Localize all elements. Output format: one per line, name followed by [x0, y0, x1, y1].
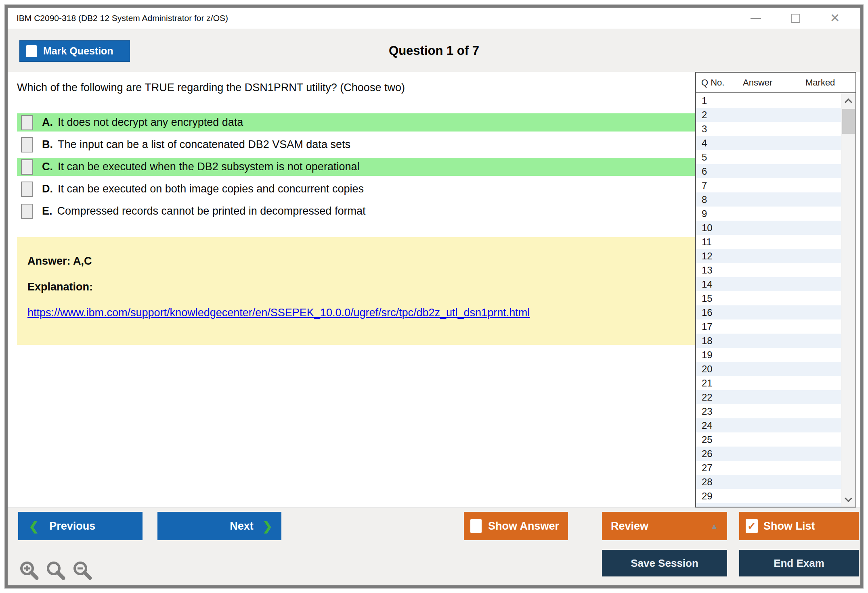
question-list-row[interactable]: 26: [696, 447, 841, 461]
question-list-row[interactable]: 1: [696, 94, 841, 108]
next-button[interactable]: Next ❯: [157, 512, 281, 540]
question-list-row[interactable]: 7: [696, 178, 841, 192]
question-list-row[interactable]: 17: [696, 319, 841, 334]
close-icon: ✕: [830, 12, 840, 24]
question-list-row[interactable]: 30: [696, 503, 841, 507]
answer-text: Answer: A,C: [27, 255, 92, 267]
option-checkbox[interactable]: [21, 182, 33, 197]
mark-question-button[interactable]: Mark Question: [19, 40, 130, 62]
previous-button[interactable]: ❮ Previous: [18, 512, 143, 540]
close-button[interactable]: ✕: [828, 11, 842, 25]
question-list-row[interactable]: 19: [696, 348, 841, 362]
question-list-header: Q No. Answer Marked: [696, 73, 855, 93]
question-list-row[interactable]: 23: [696, 404, 841, 418]
option-checkbox[interactable]: [21, 204, 33, 219]
row-question-number: 3: [702, 123, 707, 135]
option-letter: B.: [42, 138, 53, 151]
option-row[interactable]: C. It can be executed when the DB2 subsy…: [17, 158, 695, 176]
question-list-row[interactable]: 27: [696, 461, 841, 475]
column-answer: Answer: [743, 77, 772, 88]
title-bar: IBM C2090-318 (DB2 12 System Administrat…: [8, 8, 860, 29]
question-list-row[interactable]: 24: [696, 418, 841, 432]
row-question-number: 15: [702, 293, 713, 304]
question-list-row[interactable]: 2: [696, 108, 841, 122]
show-answer-checkbox[interactable]: [470, 519, 482, 533]
mark-question-checkbox[interactable]: [26, 45, 37, 57]
explanation-link[interactable]: https://www.ibm.com/support/knowledgecen…: [27, 307, 530, 319]
question-list-row[interactable]: 6: [696, 164, 841, 178]
end-exam-button[interactable]: End Exam: [739, 550, 859, 576]
window-title: IBM C2090-318 (DB2 12 System Administrat…: [17, 13, 228, 23]
save-session-button[interactable]: Save Session: [602, 550, 727, 576]
show-list-checkbox[interactable]: ✓: [746, 519, 758, 533]
row-question-number: 28: [702, 476, 713, 488]
option-row[interactable]: E. Compressed records cannot be printed …: [17, 202, 695, 220]
option-letter: A.: [42, 116, 53, 129]
maximize-button[interactable]: [788, 11, 802, 25]
save-session-label: Save Session: [631, 557, 698, 570]
row-question-number: 21: [702, 378, 713, 389]
scrollbar-thumb[interactable]: [842, 109, 855, 134]
row-question-number: 18: [702, 335, 713, 347]
question-list-sidebar: Q No. Answer Marked 1 2 3: [695, 72, 856, 507]
show-list-button[interactable]: ✓ Show List: [739, 512, 859, 540]
option-row[interactable]: A. It does not decrypt any encrypted dat…: [17, 113, 695, 132]
question-list-row[interactable]: 5: [696, 150, 841, 164]
question-list-row[interactable]: 16: [696, 305, 841, 319]
row-question-number: 1: [702, 95, 707, 106]
sidebar-scrollbar[interactable]: [841, 94, 855, 507]
review-button[interactable]: Review ▲: [602, 512, 727, 540]
chevron-left-icon: ❮: [29, 519, 39, 533]
scroll-up-button[interactable]: [841, 94, 855, 108]
row-question-number: 27: [702, 462, 713, 474]
option-text: Compressed records cannot be printed in …: [57, 205, 366, 217]
question-list-row[interactable]: 14: [696, 277, 841, 291]
question-list-row[interactable]: 22: [696, 390, 841, 404]
explanation-label: Explanation:: [27, 281, 93, 293]
zoom-in-icon[interactable]: [19, 560, 40, 581]
question-list-row[interactable]: 13: [696, 263, 841, 277]
option-checkbox[interactable]: [21, 159, 33, 175]
question-list-row[interactable]: 25: [696, 432, 841, 447]
question-list-row[interactable]: 18: [696, 334, 841, 348]
row-question-number: 10: [702, 222, 713, 234]
row-question-number: 7: [702, 180, 707, 191]
question-list-row[interactable]: 8: [696, 192, 841, 207]
answer-explanation-box: Answer: A,C Explanation: https://www.ibm…: [17, 237, 695, 345]
column-marked: Marked: [805, 77, 835, 88]
question-list-row[interactable]: 3: [696, 122, 841, 136]
option-checkbox[interactable]: [21, 137, 33, 152]
option-text: It can be executed when the DB2 subsyste…: [58, 161, 359, 173]
scroll-down-icon: [845, 495, 852, 502]
row-question-number: 14: [702, 279, 713, 290]
row-question-number: 11: [702, 236, 712, 248]
show-answer-label: Show Answer: [488, 520, 559, 532]
question-list-row[interactable]: 15: [696, 291, 841, 305]
show-answer-button[interactable]: Show Answer: [464, 512, 568, 540]
question-list-row[interactable]: 28: [696, 475, 841, 489]
zoom-out-icon[interactable]: [72, 560, 93, 581]
option-checkbox[interactable]: [21, 115, 33, 130]
question-list-row[interactable]: 10: [696, 221, 841, 235]
footer-bar: ❮ Previous Next ❯ Show Answer Review ▲ ✓…: [8, 507, 860, 585]
question-list-row[interactable]: 4: [696, 136, 841, 150]
question-header: Mark Question Question 1 of 7: [8, 29, 860, 72]
row-question-number: 29: [702, 491, 713, 502]
row-question-number: 23: [702, 406, 713, 417]
option-text: The input can be a list of concatenated …: [58, 138, 350, 151]
row-question-number: 8: [702, 194, 707, 205]
question-list-row[interactable]: 29: [696, 489, 841, 503]
option-row[interactable]: D. It can be executed on both image copi…: [17, 180, 695, 198]
question-list-row[interactable]: 11: [696, 235, 841, 249]
question-list-row[interactable]: 9: [696, 207, 841, 221]
question-list-row[interactable]: 20: [696, 362, 841, 376]
option-row[interactable]: B. The input can be a list of concatenat…: [17, 136, 695, 154]
question-list-row[interactable]: 12: [696, 249, 841, 263]
scroll-down-button[interactable]: [841, 492, 855, 507]
minimize-button[interactable]: [749, 11, 763, 25]
row-question-number: 20: [702, 363, 713, 375]
question-list-row[interactable]: 21: [696, 376, 841, 390]
mark-question-label: Mark Question: [43, 45, 113, 57]
review-label: Review: [611, 520, 648, 532]
zoom-reset-icon[interactable]: [45, 560, 66, 581]
